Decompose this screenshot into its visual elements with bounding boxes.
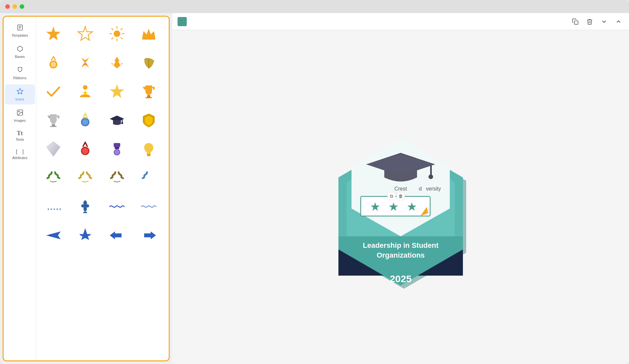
svg-point-10 — [114, 30, 120, 37]
icon-laurel-brown[interactable] — [104, 165, 130, 191]
icon-wave-blue[interactable] — [104, 193, 130, 220]
svg-point-33 — [121, 122, 123, 124]
svg-text:d: d — [419, 186, 422, 191]
chevron-down-button[interactable] — [599, 16, 609, 27]
svg-text:Organizations: Organizations — [377, 251, 425, 259]
templates-icon — [16, 24, 24, 32]
images-icon — [16, 109, 24, 117]
icons-grid-area: ✦✦✦✦✦✦ — [36, 17, 169, 360]
app-window: Templates Bases — [0, 0, 629, 364]
icon-shield[interactable] — [136, 107, 162, 133]
color-swatch[interactable] — [178, 17, 187, 26]
minimize-button[interactable] — [12, 4, 17, 9]
svg-rect-42 — [147, 154, 151, 155]
icon-fleur-de-lis[interactable] — [72, 193, 98, 220]
icons-label: Icons — [15, 97, 24, 101]
chevron-up-button[interactable] — [613, 16, 624, 27]
svg-point-78 — [429, 174, 433, 179]
icon-medal-blue[interactable] — [72, 107, 98, 133]
icon-arrow-left[interactable] — [104, 222, 130, 248]
sidebar-nav: Templates Bases — [4, 17, 36, 360]
svg-point-41 — [115, 150, 119, 155]
templates-label: Templates — [11, 33, 28, 37]
svg-marker-5 — [17, 88, 23, 94]
icon-leaf[interactable] — [136, 49, 162, 76]
icon-checkmark[interactable] — [40, 78, 67, 104]
right-toolbar — [172, 13, 629, 30]
svg-rect-38 — [114, 143, 120, 147]
svg-rect-77 — [430, 164, 432, 176]
svg-marker-68 — [144, 231, 156, 239]
left-panel: Templates Bases — [3, 16, 170, 361]
svg-marker-67 — [110, 231, 122, 239]
ribbons-icon — [16, 66, 24, 75]
sidebar-item-bases[interactable]: Bases — [5, 42, 35, 62]
sidebar-item-ribbons[interactable]: Ribbons — [5, 63, 35, 83]
svg-point-22 — [83, 85, 87, 90]
icon-laurel-partial[interactable] — [136, 165, 162, 191]
svg-rect-43 — [147, 155, 150, 156]
icon-diamond[interactable] — [40, 136, 67, 162]
svg-marker-8 — [46, 27, 61, 40]
svg-point-21 — [51, 62, 56, 67]
icon-grad-cap[interactable] — [104, 107, 130, 133]
icon-medal-red[interactable] — [72, 136, 98, 162]
icon-recycle[interactable] — [104, 49, 130, 76]
sidebar-item-icons[interactable]: Icons — [5, 84, 35, 104]
icon-gold-star[interactable] — [40, 21, 67, 47]
icon-sun[interactable] — [104, 21, 130, 47]
svg-marker-35 — [47, 142, 60, 156]
attributes-icon: [ ] — [15, 149, 25, 155]
svg-marker-9 — [78, 27, 92, 40]
close-button[interactable] — [5, 4, 10, 9]
badge-svg: Crest d versity ★ ★ ★ Leadership in Stud… — [312, 96, 489, 299]
copy-button[interactable] — [570, 16, 581, 27]
svg-rect-28 — [50, 126, 57, 127]
svg-rect-39 — [115, 147, 119, 149]
sidebar-item-templates[interactable]: Templates — [5, 21, 35, 41]
icon-wave-light[interactable] — [136, 193, 162, 220]
texts-icon: Tt — [17, 130, 23, 136]
svg-text:⧉: ⧉ — [390, 193, 393, 199]
icon-lightbulb[interactable] — [136, 136, 162, 162]
svg-text:✦✦✦✦✦✦: ✦✦✦✦✦✦ — [47, 207, 62, 211]
bases-icon — [16, 45, 24, 53]
icon-medal-ribbon[interactable] — [40, 49, 67, 76]
icon-star-gold-2[interactable] — [104, 78, 130, 104]
images-label: Images — [14, 118, 26, 122]
svg-text:★: ★ — [407, 200, 417, 213]
icon-outline-star[interactable] — [72, 21, 98, 47]
svg-rect-27 — [52, 124, 55, 126]
icon-laurel-green[interactable] — [40, 165, 67, 191]
icon-plane-2[interactable] — [72, 222, 98, 248]
icon-silver-trophy[interactable] — [40, 107, 67, 133]
icon-medal-purple[interactable] — [104, 136, 130, 162]
icon-crown[interactable] — [136, 21, 162, 47]
icon-person-award[interactable] — [72, 78, 98, 104]
icon-trophy[interactable] — [136, 78, 162, 104]
svg-text:Leadership in Student: Leadership in Student — [363, 241, 439, 249]
icon-laurel-gold[interactable] — [72, 165, 98, 191]
texts-label: Texts — [16, 137, 24, 141]
icons-grid: ✦✦✦✦✦✦ — [40, 21, 165, 248]
sidebar-item-texts[interactable]: Tt Texts — [5, 127, 35, 145]
svg-point-30 — [82, 119, 88, 125]
sidebar-item-attributes[interactable]: [ ] Attributes — [5, 146, 35, 163]
icon-plane[interactable] — [40, 222, 67, 248]
svg-point-7 — [18, 111, 19, 112]
svg-line-16 — [121, 38, 122, 39]
badge-wrapper: Crest d versity ★ ★ ★ Leadership in Stud… — [312, 96, 489, 299]
icon-sparkles[interactable]: ✦✦✦✦✦✦ — [40, 193, 67, 220]
svg-rect-19 — [142, 38, 155, 40]
ribbons-label: Ribbons — [13, 76, 26, 80]
svg-rect-69 — [575, 21, 578, 24]
maximize-button[interactable] — [20, 4, 24, 9]
svg-text:🗑: 🗑 — [398, 193, 403, 199]
svg-line-17 — [121, 28, 122, 30]
svg-line-18 — [112, 38, 113, 39]
delete-button[interactable] — [584, 16, 595, 27]
sidebar-item-images[interactable]: Images — [5, 106, 35, 126]
icon-arrow-right[interactable] — [136, 222, 162, 248]
svg-rect-66 — [83, 212, 87, 213]
icon-ribbon-cross[interactable] — [72, 49, 98, 76]
